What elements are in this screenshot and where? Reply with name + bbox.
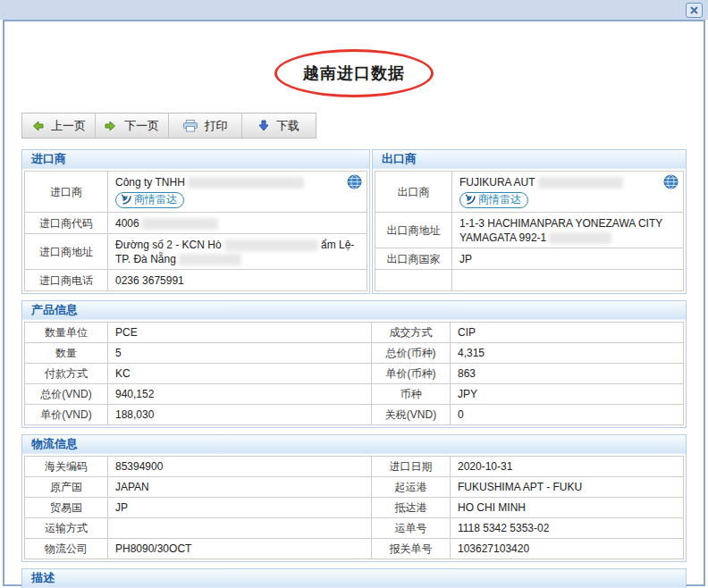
exporter-name-text: FUJIKURA AUT xyxy=(459,176,535,189)
table-row: 运输方式 运单号 1118 5342 5353-02 xyxy=(25,518,684,539)
table-row: 数量 5 总价(币种) 4,315 xyxy=(25,343,684,364)
field-value: 85394900 xyxy=(108,457,372,477)
logistics-info-section: 物流信息 海关编码 85394900 进口日期 2020-10-31 原产国 J… xyxy=(21,434,687,562)
table-row: 单价(VND) 188,030 关税(VND) 0 xyxy=(25,405,684,425)
arrow-down-icon xyxy=(258,120,269,131)
table-row: 总价(VND) 940,152 币种 JPY xyxy=(25,384,684,405)
table-cell-empty xyxy=(375,270,451,291)
field-value: 0 xyxy=(451,405,684,425)
field-value: 188,030 xyxy=(108,405,372,425)
close-icon xyxy=(689,5,699,15)
field-value: 103627103420 xyxy=(451,539,684,559)
field-label: 成交方式 xyxy=(372,323,451,343)
print-button[interactable]: 打印 xyxy=(169,113,242,138)
exporter-name-label: 出口商 xyxy=(375,172,451,213)
toolbar: 上一页 下一页 打印 下载 xyxy=(21,113,316,139)
importer-phone-cell: 0236 3675991 xyxy=(108,270,367,291)
field-label: 报关单号 xyxy=(372,539,451,559)
field-label: 起运港 xyxy=(372,477,451,498)
description-section-header: 描述 xyxy=(22,569,686,588)
field-label: 币种 xyxy=(372,384,451,405)
exporter-table: 出口商 FUJIKURA AUT xyxy=(375,171,684,291)
field-value: JAPAN xyxy=(108,477,372,498)
field-value: HO CHI MINH xyxy=(451,498,684,518)
exporter-country-label: 出口商国家 xyxy=(375,248,451,270)
arrow-left-icon xyxy=(31,121,44,131)
redaction xyxy=(538,177,623,189)
field-label: 进口日期 xyxy=(372,457,451,477)
field-label: 运输方式 xyxy=(25,518,108,539)
redaction xyxy=(549,232,611,244)
radar-icon xyxy=(121,194,131,205)
field-label: 海关编码 xyxy=(25,457,108,477)
table-row: 付款方式 KC 单价(币种) 863 xyxy=(25,364,684,384)
page-title: 越南进口数据 xyxy=(303,63,405,84)
field-label: 总价(VND) xyxy=(25,384,108,405)
radar-badge-label: 商情雷达 xyxy=(134,193,177,206)
redaction xyxy=(224,239,318,251)
arrow-right-icon xyxy=(105,121,117,131)
table-row: 原产国 JAPAN 起运港 FUKUSHIMA APT - FUKU xyxy=(25,477,684,498)
exporter-section: 出口商 出口商 xyxy=(372,149,687,294)
download-label: 下载 xyxy=(276,118,299,134)
field-value: KC xyxy=(108,364,372,384)
product-info-table: 数量单位 PCE 成交方式 CIP 数量 5 总价(币种) 4,315 付款方式… xyxy=(24,322,684,425)
close-button[interactable] xyxy=(686,3,703,18)
field-label: 原产国 xyxy=(25,477,108,498)
table-row: 海关编码 85394900 进口日期 2020-10-31 xyxy=(25,457,684,477)
field-label: 数量 xyxy=(25,343,108,364)
table-row xyxy=(375,270,683,291)
importer-code-cell: 4006 xyxy=(108,213,367,234)
table-row: 进口商电话 0236 3675991 xyxy=(25,270,367,291)
exporter-name-cell: FUJIKURA AUT 商情雷达 xyxy=(451,172,683,213)
next-page-button[interactable]: 下一页 xyxy=(96,113,169,138)
exporter-address-label: 出口商地址 xyxy=(375,213,451,248)
field-label: 抵达港 xyxy=(372,498,451,518)
table-row: 贸易国 JP 抵达港 HO CHI MINH xyxy=(25,498,684,518)
redaction xyxy=(188,177,304,189)
field-value: JPY xyxy=(451,384,684,405)
importer-address-label: 进口商地址 xyxy=(25,234,108,270)
field-value: 5 xyxy=(108,343,372,364)
importer-name-text: Công ty TNHH xyxy=(115,176,185,189)
business-radar-badge[interactable]: 商情雷达 xyxy=(115,192,184,208)
exporter-section-header: 出口商 xyxy=(373,150,686,169)
table-row: 进口商代码 4006 xyxy=(25,213,367,234)
field-value: 1118 5342 5353-02 xyxy=(451,518,684,539)
field-value: PH8090/30OCT xyxy=(108,539,372,559)
field-value xyxy=(108,518,372,539)
table-row: 出口商地址 1-1-3 HACHIMANPARA YONEZAWA CITY Y… xyxy=(375,213,683,248)
radar-icon xyxy=(465,194,476,205)
redaction xyxy=(179,254,241,265)
field-label: 单价(VND) xyxy=(25,405,108,425)
title-area: 越南进口数据 xyxy=(4,48,704,98)
import-record-dialog: 越南进口数据 上一页 下一页 打印 下载 xyxy=(3,20,705,586)
field-label: 总价(币种) xyxy=(372,343,451,364)
field-value: CIP xyxy=(451,323,684,343)
business-radar-badge[interactable]: 商情雷达 xyxy=(459,192,528,208)
field-label: 关税(VND) xyxy=(372,405,451,425)
prev-page-label: 上一页 xyxy=(51,118,86,134)
logistics-info-table: 海关编码 85394900 进口日期 2020-10-31 原产国 JAPAN … xyxy=(24,456,684,559)
importer-name-cell: Công ty TNHH 商情雷达 xyxy=(108,172,367,213)
field-value: 2020-10-31 xyxy=(451,457,684,477)
table-cell-empty xyxy=(451,270,683,291)
importer-table: 进口商 Công ty TNHH xyxy=(24,171,367,291)
redaction xyxy=(142,218,218,230)
globe-icon[interactable] xyxy=(663,174,678,193)
download-button[interactable]: 下载 xyxy=(242,113,316,138)
prev-page-button[interactable]: 上一页 xyxy=(22,113,96,138)
field-label: 数量单位 xyxy=(25,323,108,343)
logistics-section-header: 物流信息 xyxy=(22,435,686,454)
exporter-country-cell: JP xyxy=(451,248,683,270)
field-label: 单价(币种) xyxy=(372,364,451,384)
globe-icon[interactable] xyxy=(347,174,362,193)
table-row: 出口商国家 JP xyxy=(375,248,683,270)
product-info-section: 产品信息 数量单位 PCE 成交方式 CIP 数量 5 总价(币种) 4,315 xyxy=(21,300,687,428)
table-row: 物流公司 PH8090/30OCT 报关单号 103627103420 xyxy=(25,539,684,559)
radar-badge-label: 商情雷达 xyxy=(478,193,521,206)
field-label: 贸易国 xyxy=(25,498,108,518)
field-value: 4,315 xyxy=(451,343,684,364)
table-row: 进口商 Công ty TNHH xyxy=(25,172,367,213)
description-section: 描述 产品描述 Đèn Led AL2M-A11R/ LED xyxy=(21,568,687,588)
